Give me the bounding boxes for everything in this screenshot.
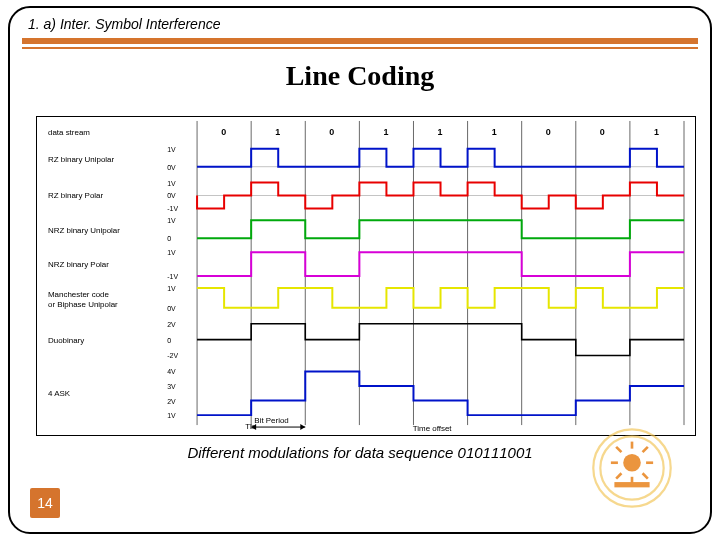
svg-text:RZ binary Unipolar: RZ binary Unipolar [48,155,115,164]
svg-text:RZ binary Polar: RZ binary Polar [48,191,103,200]
svg-text:Bit Period: Bit Period [254,416,288,425]
svg-point-56 [623,454,641,472]
svg-text:-1V: -1V [167,205,178,212]
university-logo [588,424,676,512]
svg-line-61 [616,447,621,452]
svg-text:0: 0 [167,337,171,344]
svg-text:Manchester code: Manchester code [48,290,109,299]
page-title: Line Coding [10,60,710,92]
svg-text:4 ASK: 4 ASK [48,389,71,398]
svg-text:NRZ binary Polar: NRZ binary Polar [48,260,109,269]
svg-text:1V: 1V [167,285,176,292]
svg-text:0V: 0V [167,192,176,199]
svg-text:0: 0 [221,127,226,137]
svg-text:1: 1 [438,127,443,137]
line-coding-chart: 010111001data streamRZ binary Unipolar1V… [36,116,696,436]
svg-text:0: 0 [600,127,605,137]
divider-thin [22,47,698,49]
svg-text:1: 1 [654,127,659,137]
svg-text:1V: 1V [167,412,176,419]
svg-text:-1V: -1V [167,273,178,280]
svg-text:data stream: data stream [48,128,90,137]
svg-text:2V: 2V [167,321,176,328]
svg-text:0V: 0V [167,305,176,312]
svg-text:or Biphase Unipolar: or Biphase Unipolar [48,300,118,309]
section-header: 1. a) Inter. Symbol Interference [28,16,220,32]
slide-frame: 1. a) Inter. Symbol Interference Line Co… [8,6,712,534]
svg-text:1: 1 [275,127,280,137]
svg-text:0: 0 [167,235,171,242]
svg-text:1V: 1V [167,249,176,256]
divider-thick [22,38,698,44]
svg-rect-65 [614,482,649,487]
svg-text:3V: 3V [167,383,176,390]
svg-text:1V: 1V [167,146,176,153]
svg-text:1V: 1V [167,180,176,187]
svg-text:Tb: Tb [245,422,255,431]
svg-line-64 [643,473,648,478]
svg-text:2V: 2V [167,398,176,405]
page-number-badge: 14 [30,488,60,518]
svg-text:0V: 0V [167,164,176,171]
svg-text:1: 1 [383,127,388,137]
page-number: 14 [37,495,53,511]
svg-text:NRZ binary Unipolar: NRZ binary Unipolar [48,226,120,235]
svg-line-62 [643,447,648,452]
svg-text:0: 0 [329,127,334,137]
svg-text:4V: 4V [167,368,176,375]
svg-text:-2V: -2V [167,352,178,359]
svg-marker-50 [300,424,305,430]
svg-text:Duobinary: Duobinary [48,336,84,345]
svg-text:0: 0 [546,127,551,137]
svg-text:1: 1 [492,127,497,137]
svg-line-63 [616,473,621,478]
svg-text:Time offset: Time offset [413,424,453,433]
svg-text:1V: 1V [167,217,176,224]
